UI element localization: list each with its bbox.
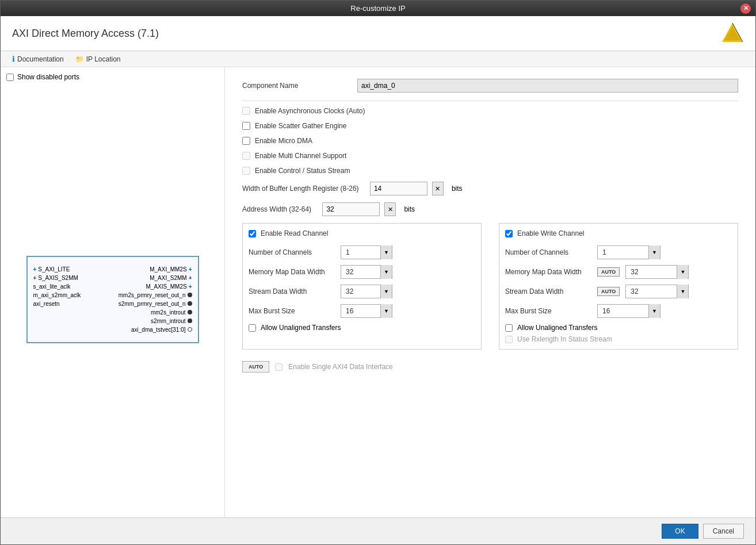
buffer-width-unit: bits [452,185,463,193]
port-row-6: mm2s_introut [33,309,192,316]
write-channel-checkbox[interactable] [505,230,513,237]
port-label-s2mmintr: s2mm_introut [151,318,186,324]
read-max-burst-arrow[interactable]: ▼ [380,304,392,318]
multi-channel-checkbox[interactable] [242,152,250,160]
ip-location-label: IP Location [86,55,121,63]
block-diagram: + S_AXI_LITE M_AXI_MM2S + + S_AXIS_S2MM [26,256,199,343]
scatter-gather-label: Enable Scatter Gather Engine [255,122,346,130]
read-channel-group: Enable Read Channel Number of Channels 1… [242,223,482,350]
read-memory-map-select[interactable]: 32 ▼ [341,265,392,279]
write-unaligned-row: Allow Unaligned Transfers [505,324,732,332]
read-memory-map-row: Memory Map Data Width 32 ▼ [249,265,475,279]
port-label-maxismm2s: M_AXIS_MM2S [146,283,187,290]
write-unaligned-checkbox[interactable] [505,324,513,332]
bottom-auto-section: AUTO Enable Single AXI4 Data Interface [242,361,738,373]
buffer-width-input[interactable] [370,182,427,195]
micro-dma-row: Enable Micro DMA [242,137,738,145]
component-name-input[interactable] [357,79,738,93]
port-row-7: s2mm_introut [33,318,192,324]
read-stream-data-arrow[interactable]: ▼ [380,285,392,298]
info-icon: ℹ [12,55,15,63]
read-unaligned-label: Allow Unaligned Transfers [261,324,341,332]
scatter-gather-row: Enable Scatter Gather Engine [242,122,738,130]
cancel-button[interactable]: Cancel [703,524,744,539]
port-plus-r2: + [189,275,192,281]
read-unaligned-checkbox[interactable] [249,324,256,332]
rxlength-row: Use Rxlength In Status Stream [505,335,732,343]
multi-channel-label: Enable Multi Channel Support [255,152,346,160]
port-label-mm2sintr: mm2s_introut [151,309,186,316]
write-memory-map-value: 32 [626,268,677,276]
micro-dma-checkbox[interactable] [242,137,250,145]
write-num-channels-select[interactable]: 1 ▼ [597,245,660,259]
read-channel-checkbox[interactable] [249,230,256,237]
read-num-channels-arrow[interactable]: ▼ [380,245,392,259]
write-num-channels-arrow[interactable]: ▼ [648,245,660,259]
read-max-burst-value: 16 [341,307,380,315]
ip-location-nav[interactable]: 📁 IP Location [75,55,121,63]
port-label-s2mmreset: s2mm_prmry_reset_out_n [119,301,186,307]
close-button[interactable]: ✕ [740,3,751,14]
port-row-3: s_axi_lite_aclk M_AXIS_MM2S + [33,283,192,290]
address-width-clear[interactable]: ✕ [384,202,396,216]
scatter-gather-checkbox[interactable] [242,122,250,130]
control-status-row: Enable Control / Status Stream [242,167,738,175]
async-clocks-row: Enable Asynchronous Clocks (Auto) [242,107,738,115]
header-area: AXI Direct Memory Access (7.1) [1,16,755,51]
write-stream-data-arrow[interactable]: ▼ [677,285,688,298]
write-stream-data-select[interactable]: 32 ▼ [625,285,689,298]
read-memory-map-label: Memory Map Data Width [249,268,341,276]
control-status-checkbox[interactable] [242,167,250,175]
documentation-nav[interactable]: ℹ Documentation [12,55,64,63]
port-label-saclk: s_axi_lite_aclk [33,283,71,290]
write-memory-map-arrow[interactable]: ▼ [677,265,688,279]
bottom-auto-text: AUTO [249,364,263,370]
read-stream-data-row: Stream Data Width 32 ▼ [249,285,475,298]
port-dot-outline [188,327,192,332]
read-num-channels-select[interactable]: 1 ▼ [341,245,392,259]
rxlength-checkbox[interactable] [505,336,513,343]
show-disabled-checkbox[interactable] [6,74,14,81]
show-disabled-row: Show disabled ports [6,73,219,81]
micro-dma-label: Enable Micro DMA [255,137,312,145]
enable-single-checkbox[interactable] [275,363,282,371]
dialog-title: Re-customize IP [350,4,405,13]
read-unaligned-row: Allow Unaligned Transfers [249,324,475,332]
write-memory-map-select[interactable]: 32 ▼ [625,265,689,279]
buffer-width-label: Width of Buffer Length Register (8-26) [242,185,359,193]
port-label-mm2sreset: mm2s_prmry_reset_out_n [119,292,186,298]
read-num-channels-value: 1 [341,248,380,256]
read-stream-data-value: 32 [341,287,380,295]
component-name-row: Component Name [242,79,738,93]
read-memory-map-arrow[interactable]: ▼ [380,265,392,279]
write-channel-label: Enable Write Channel [517,229,585,237]
port-row-1: + S_AXI_LITE M_AXI_MM2S + [33,266,192,272]
write-max-burst-row: Max Burst Size 16 ▼ [505,304,732,318]
folder-icon: 📁 [75,55,84,63]
write-max-burst-value: 16 [598,307,648,315]
ok-button[interactable]: OK [662,524,698,539]
left-panel: Show disabled ports + S_AXI_LITE M_AXI_M… [1,67,225,517]
address-width-input[interactable] [322,202,380,216]
write-memory-map-label: Memory Map Data Width [505,268,597,276]
main-content: Show disabled ports + S_AXI_LITE M_AXI_M… [1,67,755,517]
buffer-width-row: Width of Buffer Length Register (8-26) ✕… [242,182,738,195]
read-channel-header: Enable Read Channel [249,229,475,237]
buffer-width-clear[interactable]: ✕ [432,182,444,195]
write-max-burst-select[interactable]: 16 ▼ [597,304,660,318]
dialog-window: Re-customize IP ✕ AXI Direct Memory Acce… [0,0,756,545]
read-memory-map-value: 32 [341,268,380,276]
async-clocks-checkbox[interactable] [242,107,250,115]
divider-1 [242,101,738,101]
port-label-saxs: S_AXIS_S2MM [38,275,78,281]
auto-badge-sd: AUTO [601,289,616,294]
write-max-burst-arrow[interactable]: ▼ [648,304,660,318]
enable-single-label: Enable Single AXI4 Data Interface [288,363,392,371]
address-width-row: Address Width (32-64) ✕ bits [242,202,738,216]
read-max-burst-select[interactable]: 16 ▼ [341,304,392,318]
bottom-bar: OK Cancel [1,517,755,544]
control-status-label: Enable Control / Status Stream [255,167,350,175]
read-stream-data-select[interactable]: 32 ▼ [341,285,392,298]
documentation-label: Documentation [17,55,64,63]
rxlength-label: Use Rxlength In Status Stream [517,335,612,343]
